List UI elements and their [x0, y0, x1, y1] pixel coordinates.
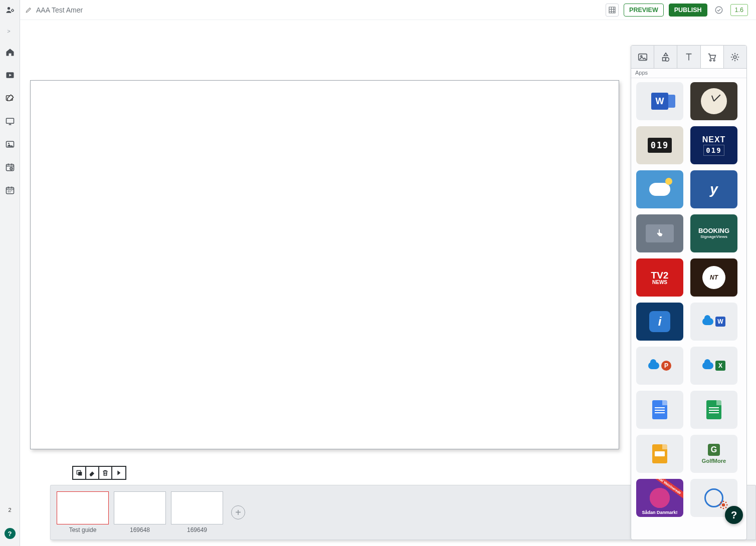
slide-canvas[interactable] [30, 80, 619, 449]
gslides-icon [652, 444, 667, 463]
app-tile-onedrive-excel[interactable]: X [690, 347, 737, 385]
slide-thumbnail[interactable]: 169648 [114, 491, 166, 533]
title-wrap[interactable]: AAA Test Amer [25, 6, 83, 14]
booking-sublabel: SignageViews [700, 235, 727, 239]
svg-point-18 [722, 503, 725, 507]
media-icon[interactable] [5, 70, 15, 80]
app-tile-golfmore[interactable]: GGolfMore [690, 435, 737, 473]
onedrive-icon [648, 362, 659, 369]
floating-help-button[interactable]: ? [725, 506, 743, 524]
info-icon: i [649, 311, 670, 332]
gdocs-icon [652, 400, 667, 419]
thumb-toolbar [72, 466, 126, 480]
svg-point-17 [734, 56, 737, 59]
golfmore-icon: G [708, 444, 720, 456]
word-badge-icon: W [715, 317, 725, 327]
weather-icon [649, 183, 670, 196]
thumbnail-caption: Test guide [69, 526, 97, 533]
app-tile-google-slides[interactable] [636, 435, 683, 473]
next-digits: 019 [703, 145, 724, 156]
preview-button[interactable]: PREVIEW [624, 4, 664, 17]
duplicate-slide-button[interactable] [73, 467, 86, 479]
app-grid: W 019 NEXT019 y BOOKINGSignageViews TV2N… [636, 82, 742, 517]
onedrive-icon [702, 362, 713, 369]
slide-thumbnail[interactable]: Test guide [57, 491, 109, 533]
word-icon: W [651, 93, 668, 110]
counter-digits: 019 [648, 138, 672, 153]
side-panel: Apps W 019 NEXT019 y BOOKINGSignageViews… [631, 45, 747, 540]
schedule-icon[interactable] [5, 162, 15, 172]
booking-label: BOOKING [698, 227, 729, 234]
svg-rect-7 [6, 164, 14, 171]
tab-shapes[interactable] [654, 46, 677, 68]
calendar-icon[interactable] [5, 185, 15, 195]
tab-images[interactable] [631, 46, 654, 68]
app-tile-tv2news[interactable]: TV2NEWS [636, 258, 683, 297]
gsheets-icon [706, 400, 721, 419]
canvas-area: Test guide 169648 169649 + Apps W 019 N [20, 20, 756, 546]
thumbnail-frame [171, 491, 223, 524]
editor-icon[interactable] [5, 93, 15, 103]
publish-button[interactable]: PUBLISH [669, 4, 707, 17]
app-tile-yammer[interactable]: y [690, 170, 737, 208]
svg-point-0 [7, 7, 10, 10]
app-tile-booking[interactable]: BOOKINGSignageViews [690, 214, 737, 252]
golfmore-label: GolfMore [702, 458, 726, 464]
slide-thumbnail[interactable]: 169649 [171, 491, 223, 533]
tab-text[interactable] [677, 46, 700, 68]
app-tile-info[interactable]: i [636, 303, 683, 341]
clear-slide-button[interactable] [86, 467, 99, 479]
tab-settings[interactable] [724, 46, 746, 68]
app-tile-counter[interactable]: 019 [636, 126, 683, 164]
touch-icon [646, 224, 674, 242]
covid-caption: Sådan Danmark! [642, 510, 677, 515]
apps-scroll-area[interactable]: W 019 NEXT019 y BOOKINGSignageViews TV2N… [631, 78, 746, 539]
delete-slide-button[interactable] [99, 467, 112, 479]
clock-icon [701, 88, 727, 114]
app-tile-nt[interactable]: NT [690, 258, 737, 297]
app-tile-next-counter[interactable]: NEXT019 [690, 126, 737, 164]
approve-button[interactable] [712, 4, 725, 17]
svg-point-10 [715, 7, 722, 14]
tab-apps[interactable] [701, 46, 724, 68]
app-tile-covid[interactable]: Antal VaccineredeSådan Danmark! [636, 479, 683, 517]
page-title: AAA Test Amer [36, 6, 83, 14]
svg-point-15 [710, 59, 711, 61]
nt-icon: NT [702, 266, 725, 289]
grid-toggle-button[interactable] [606, 4, 619, 17]
thumbnail-frame [57, 491, 109, 524]
app-tile-onedrive-word[interactable]: W [690, 303, 737, 341]
top-bar: AAA Test Amer PREVIEW PUBLISH 1.6 [20, 0, 756, 20]
yammer-icon: y [710, 181, 718, 197]
breadcrumb-caret: > [7, 28, 10, 34]
thumbnail-caption: 169648 [130, 526, 150, 533]
help-icon[interactable]: ? [5, 528, 16, 539]
app-tile-google-sheets[interactable] [690, 391, 737, 429]
user-settings-icon[interactable] [5, 5, 15, 15]
next-slide-button[interactable] [112, 467, 125, 479]
next-label: NEXT [702, 135, 726, 144]
app-tile-word[interactable]: W [636, 82, 683, 120]
side-panel-section-label: Apps [631, 69, 746, 78]
left-rail: > 2 ? [0, 0, 20, 546]
virus-icon [650, 488, 670, 508]
thumbnail-caption: 169649 [187, 526, 207, 533]
home-icon[interactable] [5, 47, 15, 57]
image-icon[interactable] [5, 139, 15, 149]
svg-rect-12 [78, 472, 82, 475]
notification-count: 2 [8, 507, 11, 513]
version-badge: 1.6 [730, 4, 748, 16]
app-tile-clock[interactable] [690, 82, 737, 120]
display-icon[interactable] [5, 116, 15, 126]
app-tile-google-docs[interactable] [636, 391, 683, 429]
svg-point-6 [8, 143, 10, 144]
svg-rect-4 [6, 118, 14, 123]
app-tile-touch[interactable] [636, 214, 683, 252]
tv2-label: TV2 [651, 270, 669, 280]
onedrive-icon [702, 318, 713, 325]
thumbnail-frame [114, 491, 166, 524]
side-panel-tabs [631, 46, 746, 69]
app-tile-weather[interactable] [636, 170, 683, 208]
add-slide-button[interactable]: + [231, 505, 245, 519]
app-tile-onedrive-powerpoint[interactable]: P [636, 347, 683, 385]
